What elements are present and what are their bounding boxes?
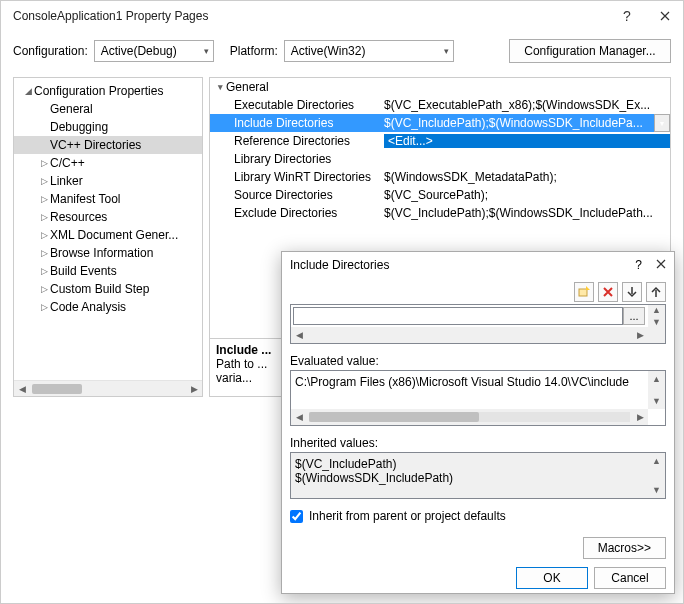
scroll-right-icon[interactable]: ▶ xyxy=(632,412,648,422)
move-up-button[interactable] xyxy=(646,282,666,302)
new-path-input[interactable] xyxy=(293,307,623,325)
close-button[interactable] xyxy=(656,258,666,272)
tree-item[interactable]: ▷C/C++ xyxy=(14,154,202,172)
tree-panel: ◢ Configuration Properties GeneralDebugg… xyxy=(13,77,203,397)
new-line-button[interactable] xyxy=(574,282,594,302)
tree-item[interactable]: ▷XML Document Gener... xyxy=(14,226,202,244)
inherit-checkbox[interactable] xyxy=(290,510,303,523)
macros-button[interactable]: Macros>> xyxy=(583,537,666,559)
help-button[interactable]: ? xyxy=(617,8,637,24)
scroll-left-icon[interactable]: ◀ xyxy=(291,330,307,340)
tree-item[interactable]: ▷Code Analysis xyxy=(14,298,202,316)
inherit-checkbox-label[interactable]: Inherit from parent or project defaults xyxy=(309,509,506,523)
dialog-titlebar: Include Directories ? xyxy=(282,252,674,278)
property-value[interactable]: $(VC_ExecutablePath_x86);$(WindowsSDK_Ex… xyxy=(380,98,670,112)
scroll-up-icon[interactable]: ▲ xyxy=(648,305,665,316)
tree-horizontal-scrollbar[interactable]: ◀ ▶ xyxy=(14,380,202,396)
evaluated-value: C:\Program Files (x86)\Microsoft Visual … xyxy=(295,375,661,389)
evalbox-horizontal-scrollbar[interactable]: ◀ ▶ xyxy=(291,409,648,425)
tree-item[interactable]: VC++ Directories xyxy=(14,136,202,154)
property-value[interactable]: $(VC_IncludePath);$(WindowsSDK_IncludePa… xyxy=(380,206,670,220)
expand-icon: ▷ xyxy=(38,230,50,240)
inhbox-vertical-scrollbar[interactable]: ▲ ▼ xyxy=(648,453,665,498)
tree-item[interactable]: ▷Linker xyxy=(14,172,202,190)
inherited-value: $(WindowsSDK_IncludePath) xyxy=(295,471,661,485)
scroll-right-icon[interactable]: ▶ xyxy=(632,330,648,340)
inherited-values-box: $(VC_IncludePath)$(WindowsSDK_IncludePat… xyxy=(290,452,666,499)
ok-button[interactable]: OK xyxy=(516,567,588,589)
scrollbar-thumb[interactable] xyxy=(309,412,479,422)
browse-button[interactable]: ... xyxy=(623,307,645,325)
tree-item[interactable]: ▷Browse Information xyxy=(14,244,202,262)
dialog-toolbar xyxy=(282,278,674,304)
property-row[interactable]: Include Directories$(VC_IncludePath);$(W… xyxy=(210,114,670,132)
tree-root-config-properties[interactable]: ◢ Configuration Properties xyxy=(14,82,202,100)
grid-group-label: General xyxy=(226,80,269,94)
expand-icon: ▷ xyxy=(38,176,50,186)
evalbox-vertical-scrollbar[interactable]: ▲ ▼ xyxy=(648,371,665,409)
tree-item-label: General xyxy=(50,102,93,116)
expand-icon: ▷ xyxy=(38,266,50,276)
property-name: Library WinRT Directories xyxy=(210,170,380,184)
property-row[interactable]: Exclude Directories$(VC_IncludePath);$(W… xyxy=(210,204,670,222)
help-button[interactable]: ? xyxy=(635,258,642,272)
dialog-title: Include Directories xyxy=(290,258,389,272)
property-row[interactable]: Source Directories$(VC_SourcePath); xyxy=(210,186,670,204)
tree-item[interactable]: ▷Resources xyxy=(14,208,202,226)
property-value[interactable]: $(WindowsSDK_MetadataPath); xyxy=(380,170,670,184)
property-grid: Executable Directories$(VC_ExecutablePat… xyxy=(210,96,670,222)
edit-dropdown-item[interactable]: <Edit...> xyxy=(384,134,670,148)
macros-row: Macros>> xyxy=(282,533,674,563)
tree-item[interactable]: ▷Custom Build Step xyxy=(14,280,202,298)
property-value[interactable]: $(VC_SourcePath); xyxy=(380,188,670,202)
property-row[interactable]: Reference Directories<Edit...> xyxy=(210,132,670,150)
scroll-up-icon[interactable]: ▲ xyxy=(648,453,665,469)
scroll-down-icon[interactable]: ▼ xyxy=(648,316,665,327)
scroll-left-icon[interactable]: ◀ xyxy=(14,384,30,394)
chevron-down-icon: ▾ xyxy=(444,46,449,56)
tree-item[interactable]: ▷Manifest Tool xyxy=(14,190,202,208)
expand-icon: ▷ xyxy=(38,284,50,294)
platform-combo[interactable]: Active(Win32) ▾ xyxy=(284,40,454,62)
property-row[interactable]: Executable Directories$(VC_ExecutablePat… xyxy=(210,96,670,114)
configuration-value: Active(Debug) xyxy=(101,44,177,58)
dialog-buttons: OK Cancel xyxy=(282,563,674,593)
scroll-right-icon[interactable]: ▶ xyxy=(186,384,202,394)
dropdown-button[interactable]: ▾ xyxy=(654,114,670,132)
scroll-down-icon[interactable]: ▼ xyxy=(648,393,665,409)
tree[interactable]: ◢ Configuration Properties GeneralDebugg… xyxy=(14,78,202,380)
listbox-horizontal-scrollbar[interactable]: ◀ ▶ xyxy=(291,327,648,343)
tree-item[interactable]: ▷Build Events xyxy=(14,262,202,280)
delete-button[interactable] xyxy=(598,282,618,302)
configuration-label: Configuration: xyxy=(13,44,88,58)
expand-icon: ▷ xyxy=(38,302,50,312)
expand-icon: ▷ xyxy=(38,212,50,222)
property-name: Exclude Directories xyxy=(210,206,380,220)
tree-item-label: Browse Information xyxy=(50,246,153,260)
property-value[interactable]: <Edit...> xyxy=(380,134,670,148)
grid-group-header[interactable]: ▾ General xyxy=(210,78,670,96)
configuration-manager-button[interactable]: Configuration Manager... xyxy=(509,39,671,63)
scroll-up-icon[interactable]: ▲ xyxy=(648,371,665,387)
scrollbar-thumb[interactable] xyxy=(32,384,82,394)
svg-rect-0 xyxy=(579,289,587,296)
move-down-button[interactable] xyxy=(622,282,642,302)
window-title: ConsoleApplication1 Property Pages xyxy=(13,9,208,23)
collapse-icon: ◢ xyxy=(22,86,34,96)
cancel-button[interactable]: Cancel xyxy=(594,567,666,589)
property-name: Reference Directories xyxy=(210,134,380,148)
property-row[interactable]: Library Directories xyxy=(210,150,670,168)
inherited-value: $(VC_IncludePath) xyxy=(295,457,661,471)
tree-item-label: Linker xyxy=(50,174,83,188)
tree-item[interactable]: General xyxy=(14,100,202,118)
property-value[interactable]: $(VC_IncludePath);$(WindowsSDK_IncludePa… xyxy=(380,116,670,130)
property-row[interactable]: Library WinRT Directories$(WindowsSDK_Me… xyxy=(210,168,670,186)
paths-listbox[interactable]: ... ▲ ▼ ◀ ▶ xyxy=(290,304,666,345)
tree-item[interactable]: Debugging xyxy=(14,118,202,136)
scroll-down-icon[interactable]: ▼ xyxy=(648,482,665,498)
close-button[interactable] xyxy=(655,8,675,24)
listbox-vertical-scrollbar[interactable]: ▲ ▼ xyxy=(648,305,665,344)
configuration-combo[interactable]: Active(Debug) ▾ xyxy=(94,40,214,62)
scroll-left-icon[interactable]: ◀ xyxy=(291,412,307,422)
tree-item-label: Code Analysis xyxy=(50,300,126,314)
